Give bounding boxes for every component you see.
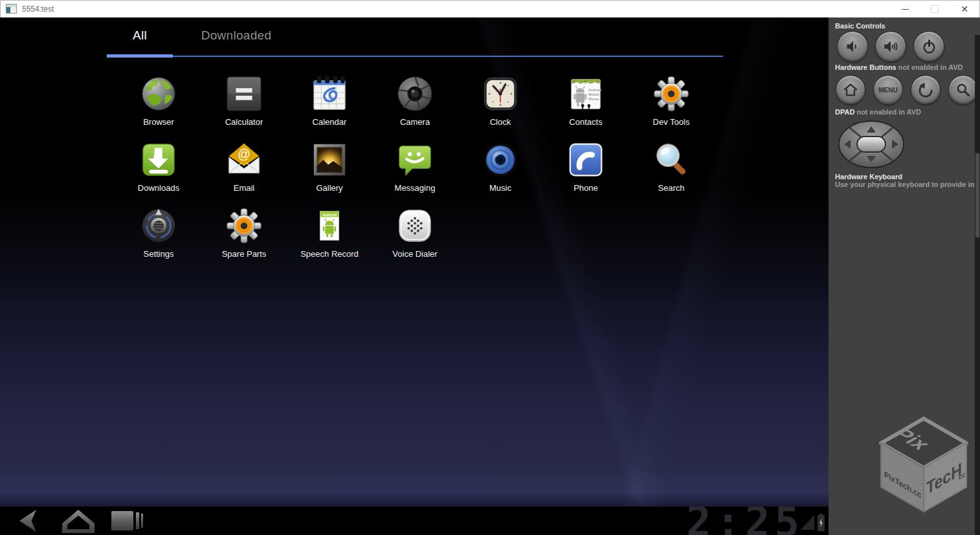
calculator-icon: [224, 74, 264, 114]
battery-charging-icon: [818, 515, 825, 531]
tab-strip-underline: [173, 56, 723, 57]
power-button[interactable]: [913, 31, 944, 62]
app-devtools[interactable]: Dev Tools: [629, 72, 714, 138]
app-spareparts[interactable]: Spare Parts: [201, 204, 287, 270]
hw-home-button[interactable]: [836, 75, 865, 105]
svg-text:Android: Android: [588, 88, 601, 92]
hw-menu-button[interactable]: MENU: [873, 75, 903, 105]
menu-button-label: MENU: [878, 87, 897, 94]
hardware-keyboard-title: Hardware Keyboard: [835, 173, 902, 180]
app-clock[interactable]: Clock: [458, 72, 543, 138]
browser-icon: [139, 74, 179, 114]
app-gallery[interactable]: Gallery: [287, 138, 372, 204]
power-icon: [921, 39, 937, 55]
svg-text:B: B: [585, 81, 586, 84]
phone-icon: [566, 140, 606, 180]
home-icon: [842, 82, 859, 98]
app-label: Messaging: [395, 183, 436, 193]
gallery-icon: [309, 140, 350, 180]
spareparts-icon: [224, 206, 264, 246]
tab-all[interactable]: All: [107, 28, 173, 43]
app-browser[interactable]: Browser: [116, 72, 201, 138]
app-email[interactable]: @Email: [201, 138, 287, 204]
settings-icon: [139, 206, 179, 246]
app-label: Browser: [143, 117, 174, 127]
app-label: Downloads: [138, 183, 179, 193]
app-label: Music: [489, 183, 511, 193]
clock-icon: [480, 74, 520, 114]
app-label: Settings: [144, 249, 174, 259]
volume-up-button[interactable]: [875, 31, 906, 62]
tab-downloaded[interactable]: Downloaded: [183, 28, 289, 43]
app-phone[interactable]: Phone: [543, 138, 629, 204]
pixtech-watermark: Pix TecH cc PixTech.cc: [876, 415, 971, 531]
dpad-center-button[interactable]: [857, 136, 885, 152]
voicedialer-icon: [395, 206, 435, 246]
svg-text:@: @: [238, 147, 251, 161]
volume-down-button[interactable]: [837, 31, 868, 62]
app-label: Email: [234, 183, 255, 193]
window-titlebar: 5554:test ✕: [0, 0, 980, 17]
contacts-icon: ABCAndroidMobilePhone: [566, 74, 606, 114]
downloads-icon: [139, 140, 179, 180]
app-grid: BrowserCalculatorCalendarCameraClockABCA…: [116, 72, 714, 270]
back-rotate-icon: [917, 82, 934, 98]
email-icon: @: [224, 140, 264, 180]
svg-text:Mobile: Mobile: [588, 93, 599, 96]
app-settings[interactable]: Settings: [116, 204, 201, 270]
search-icon: [955, 82, 972, 98]
minimize-icon: [902, 9, 909, 10]
app-messaging[interactable]: Messaging: [372, 138, 458, 204]
dpad-control[interactable]: [837, 119, 906, 172]
app-calculator[interactable]: Calculator: [201, 72, 287, 138]
status-clock: 2:25: [686, 507, 804, 535]
svg-text:Android: Android: [322, 213, 337, 217]
app-label: Voice Dialer: [392, 249, 437, 259]
app-camera[interactable]: Camera: [372, 72, 458, 138]
charging-bolt-icon: [819, 518, 823, 527]
emulator-app-icon: [6, 4, 17, 14]
app-label: Gallery: [316, 183, 342, 193]
tab-active-underline: [107, 54, 173, 58]
app-voicedialer[interactable]: Voice Dialer: [372, 204, 458, 270]
calendar-icon: [309, 74, 350, 114]
app-label: Dev Tools: [653, 117, 690, 127]
app-search[interactable]: Search: [629, 138, 714, 204]
app-calendar[interactable]: Calendar: [287, 72, 372, 138]
android-navbar: 2:25: [0, 507, 829, 535]
app-label: Spare Parts: [222, 249, 267, 259]
nav-home-icon[interactable]: [57, 508, 100, 535]
panel-scrollbar-thumb[interactable]: [975, 153, 979, 237]
svg-text:C: C: [596, 81, 599, 84]
app-downloads[interactable]: Downloads: [116, 138, 201, 204]
volume-up-icon: [882, 38, 899, 55]
nav-recents-icon[interactable]: [110, 508, 145, 535]
app-label: Phone: [574, 183, 598, 193]
app-music[interactable]: Music: [458, 138, 543, 204]
maximize-icon: [931, 5, 939, 13]
svg-text:Phone: Phone: [588, 97, 599, 101]
emulator-control-panel: Basic Controls Hardware Buttons not enab…: [829, 17, 980, 535]
messaging-icon: [395, 140, 435, 180]
hardware-keyboard-note: Use your physical keyboard to provide in…: [835, 180, 980, 188]
app-label: Camera: [400, 117, 430, 127]
app-contacts[interactable]: ABCAndroidMobilePhoneContacts: [543, 72, 629, 138]
devtools-icon: [651, 74, 691, 114]
panel-scrollbar[interactable]: [975, 35, 980, 535]
hardware-buttons-label: Hardware Buttons not enabled in AVD: [835, 63, 963, 71]
signal-strength-icon: [801, 515, 814, 530]
speechrecord-icon: Android: [309, 206, 350, 246]
hw-back-button[interactable]: [911, 75, 941, 105]
minimize-button[interactable]: [890, 1, 920, 17]
maximize-button[interactable]: [920, 1, 950, 17]
volume-down-icon: [844, 38, 861, 55]
hw-search-button[interactable]: [948, 75, 978, 105]
search-icon: [651, 140, 691, 180]
app-label: Search: [658, 183, 684, 193]
music-icon: [480, 140, 520, 180]
app-label: Speech Record: [300, 249, 359, 259]
app-speechrecord[interactable]: AndroidSpeech Record: [287, 204, 372, 270]
nav-back-icon[interactable]: [14, 508, 44, 535]
close-button[interactable]: ✕: [950, 1, 979, 17]
emulator-screen: All Downloaded BrowserCalculatorCalendar…: [0, 17, 829, 535]
